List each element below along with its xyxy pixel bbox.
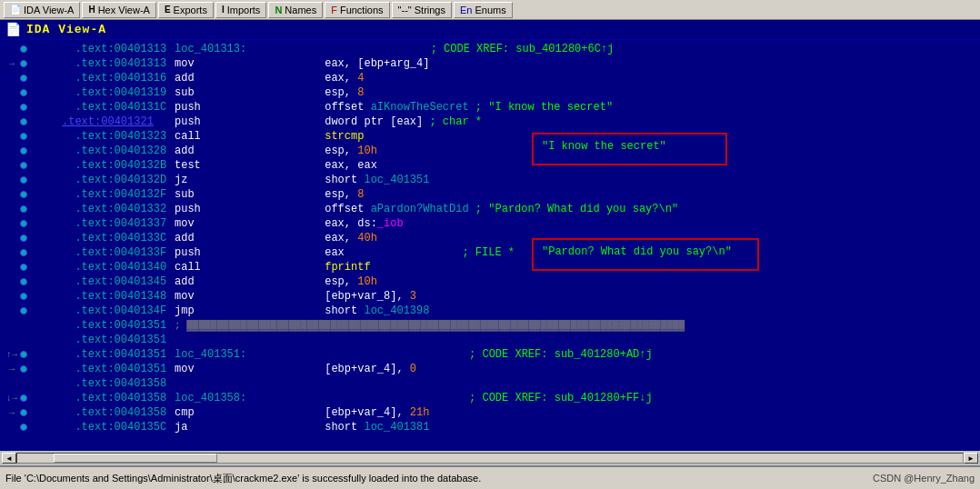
line-dot	[20, 176, 27, 184]
comment: ; char *	[423, 115, 482, 128]
names-icon: N	[275, 5, 282, 15]
mnemonic: jz	[175, 174, 220, 186]
table-row: .text:00401319 sub esp, 8	[0, 85, 980, 100]
table-row: .text:00401351 ; ▓▓▓▓▓▓▓▓▓▓▓▓▓▓▓▓▓▓▓▓▓▓▓…	[0, 318, 980, 333]
mnemonic: mov	[175, 363, 220, 375]
comment: ; CODE XREF: sub_401280+AD↑j	[246, 348, 652, 361]
imports-icon: I	[222, 5, 225, 15]
mnemonic: ja	[175, 421, 220, 434]
operand: offset aIKnowTheSecret	[220, 101, 469, 114]
comment: ; "Pardon? What did you say?\n"	[469, 203, 678, 215]
line-dot	[20, 293, 27, 300]
imports-label: Imports	[227, 5, 261, 15]
comment: ; "I know the secret"	[469, 101, 613, 114]
operand: eax, 4	[220, 72, 364, 85]
table-row: .text:00401323 call strcmp	[0, 129, 980, 144]
functions-btn[interactable]: F Functions	[325, 2, 389, 18]
operand: [ebp+var_4], 0	[220, 363, 416, 375]
address: .text:0040132D	[29, 174, 175, 186]
line-dot	[20, 322, 27, 329]
operand: esp, 8	[220, 188, 364, 201]
mnemonic: sub	[175, 188, 220, 201]
table-row: .text:00401316 add eax, 4	[0, 71, 980, 85]
operand: short loc_401351	[220, 174, 429, 186]
line-dot	[20, 104, 27, 111]
scroll-left-btn[interactable]: ◄	[2, 453, 16, 464]
strings-btn[interactable]: "--" Strings	[392, 2, 452, 18]
line-dot	[20, 89, 27, 96]
table-row: .text:0040133F push eax ; FILE *	[0, 245, 980, 260]
code-area[interactable]: .text:00401313 loc_401313: ; CODE XREF: …	[0, 40, 980, 451]
operand: short loc_401398	[220, 304, 429, 317]
operand: esp, 10h	[220, 145, 377, 157]
ida-view-a-btn[interactable]: 📄 IDA View-A	[4, 2, 80, 18]
strings-label: Strings	[415, 5, 445, 15]
line-dot	[20, 162, 27, 169]
table-row: → .text:00401358 cmp [ebp+var_4], 21h	[0, 405, 980, 420]
address: .text:00401340	[29, 261, 175, 274]
operand: offset aPardon?WhatDid	[220, 203, 469, 215]
line-dot	[20, 220, 27, 227]
line-dot	[20, 365, 27, 373]
exports-label: Exports	[174, 5, 207, 15]
arrow-marker: →	[4, 364, 20, 374]
line-dot	[20, 409, 27, 416]
horizontal-scrollbar[interactable]: ◄ ►	[0, 451, 980, 465]
address: .text:00401351	[29, 334, 175, 346]
scroll-right-btn[interactable]: ►	[964, 453, 978, 464]
imports-btn[interactable]: I Imports	[215, 2, 266, 18]
line-dot	[20, 336, 27, 344]
table-row: .text:0040132D jz short loc_401351	[0, 173, 980, 187]
line-dot	[20, 45, 27, 53]
address: .text:0040132F	[29, 188, 175, 201]
line-dot	[20, 75, 27, 82]
ida-panel: 📄 IDA View-A .text:00401313 loc_401313: …	[0, 20, 980, 465]
address: .text:00401313	[29, 57, 175, 70]
comment: ; CODE XREF: sub_401280+6C↑j	[254, 43, 614, 55]
table-row: .text:00401328 add esp, 10h	[0, 144, 980, 158]
statusbar: File 'C:\Documents and Settings\Administ…	[0, 465, 980, 489]
table-row: ↑→ .text:00401351 loc_401351: ; CODE XRE…	[0, 347, 980, 362]
mnemonic: add	[175, 72, 220, 85]
arrow-up-marker: ↑→	[4, 350, 20, 360]
mnemonic: add	[175, 232, 220, 244]
operand: [ebp+var_4], 21h	[220, 406, 429, 419]
arrow-marker: →	[4, 59, 20, 69]
scrollbar-track[interactable]	[16, 453, 964, 464]
ida-view-icon: 📄	[10, 5, 21, 15]
address: .text:00401351	[29, 319, 175, 332]
table-row: → .text:00401351 mov [ebp+var_4], 0	[0, 362, 980, 376]
table-row: .text:00401332 push offset aPardon?WhatD…	[0, 202, 980, 216]
table-row: → .text:00401313 mov eax, [ebp+arg_4]	[0, 56, 980, 71]
table-row: .text:0040132B test eax, eax	[0, 158, 980, 173]
enums-icon: En	[460, 5, 472, 15]
names-label: Names	[285, 5, 316, 15]
table-row: .text:00401321 push dword ptr [eax] ; ch…	[0, 115, 980, 129]
table-row: .text:0040132F sub esp, 8	[0, 187, 980, 202]
statusbar-text: File 'C:\Documents and Settings\Administ…	[5, 472, 873, 485]
names-btn[interactable]: N Names	[268, 2, 323, 18]
operand: eax	[220, 246, 345, 259]
address: .text:00401319	[29, 86, 175, 99]
address: .text:00401313	[29, 43, 175, 55]
line-dot	[20, 191, 27, 198]
hex-view-a-btn[interactable]: H Hex View-A	[82, 2, 156, 18]
operand: dword ptr [eax]	[220, 115, 423, 128]
enums-btn[interactable]: En Enums	[454, 2, 513, 18]
table-row: .text:00401345 add esp, 10h	[0, 274, 980, 289]
address: .text:00401316	[29, 72, 175, 85]
separator: ; ▓▓▓▓▓▓▓▓▓▓▓▓▓▓▓▓▓▓▓▓▓▓▓▓▓▓▓▓▓▓▓▓▓▓▓▓▓▓…	[175, 320, 685, 331]
line-dot	[20, 351, 27, 358]
exports-btn[interactable]: E Exports	[158, 2, 214, 18]
address: .text:00401332	[29, 203, 175, 215]
mnemonic: call	[175, 130, 220, 143]
line-dot	[20, 235, 27, 242]
address: .text:00401323	[29, 130, 175, 143]
scrollbar-thumb[interactable]	[54, 454, 217, 463]
label-name: loc_401358:	[175, 392, 246, 404]
mnemonic: mov	[175, 290, 220, 303]
line-dot	[20, 133, 27, 140]
table-row: .text:00401337 mov eax, ds:_iob	[0, 216, 980, 231]
functions-label: Functions	[340, 5, 384, 15]
table-row: .text:00401340 call fprintf	[0, 260, 980, 274]
